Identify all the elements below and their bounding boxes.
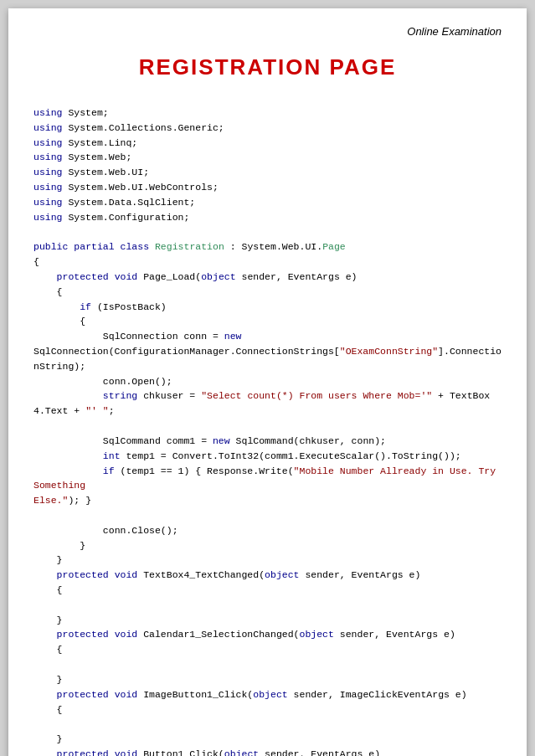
code-content: using System; using System.Collections.G… [33, 105, 502, 756]
page-container: Online Examination REGISTRATION PAGE usi… [8, 8, 527, 756]
page-title: REGISTRATION PAGE [33, 54, 502, 80]
brand-header: Online Examination [33, 25, 502, 38]
